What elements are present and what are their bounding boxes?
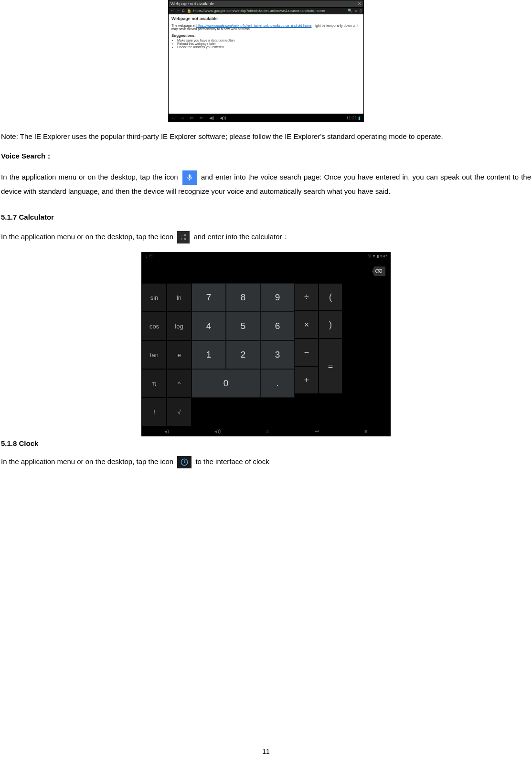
calc-key-equals[interactable]: = xyxy=(319,339,342,394)
calc-key-tan[interactable]: tan xyxy=(142,340,167,369)
calc-status-left: ⋮ ⊡ xyxy=(145,254,153,258)
calc-key-ln[interactable]: ln xyxy=(167,283,192,312)
calc-key-sqrt[interactable]: √ xyxy=(167,398,192,426)
calc-number-keys: 7 8 9 4 5 6 1 2 3 0 . xyxy=(192,283,295,398)
calc-key-lparen[interactable]: ( xyxy=(319,283,342,311)
calc-key-9[interactable]: 9 xyxy=(260,283,295,312)
browser-address-bar: ← → C 🔒 https://www.google.com/webhp?cli… xyxy=(168,8,364,14)
bookmark-icon: ☆ xyxy=(354,9,358,13)
suggestions-label: Suggestions: xyxy=(171,33,361,38)
page-number: 11 xyxy=(0,748,532,755)
search-icon: 🔍 xyxy=(348,9,352,13)
calc-key-divide[interactable]: ÷ xyxy=(295,283,319,311)
calculator-heading: 5.1.7 Calculator xyxy=(0,212,532,222)
calc-key-minus[interactable]: − xyxy=(295,339,319,366)
voice-search-paragraph: In the application menu or on the deskto… xyxy=(0,170,532,199)
calc-key-2[interactable]: 2 xyxy=(226,340,260,369)
calc-key-cos[interactable]: cos xyxy=(142,312,167,340)
volup-nav-icon: ◀)) xyxy=(220,116,226,120)
volup-icon: ◂)) xyxy=(214,428,221,434)
backspace-button[interactable]: ⌫ xyxy=(372,266,385,276)
calc-key-rparen[interactable]: ) xyxy=(319,311,342,339)
calc-key-1[interactable]: 1 xyxy=(192,340,226,369)
voldown-nav-icon: ◀) xyxy=(209,116,214,120)
calc-key-0[interactable]: 0 xyxy=(192,369,260,398)
calc-key-7[interactable]: 7 xyxy=(192,283,226,312)
clock-paragraph: In the application menu or on the deskto… xyxy=(0,456,532,468)
calc-key-5[interactable]: 5 xyxy=(226,312,260,340)
calc-key-3[interactable]: 3 xyxy=(260,340,295,369)
screenshot-nav-icon: ✂ xyxy=(200,116,203,120)
status-time: 11:21 xyxy=(346,116,357,120)
lock-icon: 🔒 xyxy=(187,9,192,13)
calc-key-4[interactable]: 4 xyxy=(192,312,226,340)
android-navbar: ← ⌂ ▭ ✂ ◀) ◀)) 11:21 ▮ xyxy=(168,114,364,122)
home-icon: ⌂ xyxy=(266,428,269,434)
error-heading: Webpage not available xyxy=(171,16,218,21)
back-icon: ↩ xyxy=(315,428,319,434)
error-url: https://www.google.com/webhp?client=tabl… xyxy=(196,24,311,27)
calculator-screenshot: ⋮ ⊡ ▽ ▼ ▮ 9:47 ⌫ sin ln cos log tan e π … xyxy=(141,252,391,436)
browser-error-screenshot: Webpage not available ✕ ← → C 🔒 https://… xyxy=(168,0,364,122)
android-navbar-calc: ◂) ◂)) ⌂ ↩ ≡ xyxy=(142,426,390,436)
calc-key-log[interactable]: log xyxy=(167,312,192,340)
clock-heading: 5.1.8 Clock xyxy=(0,439,532,447)
calc-display: ⌫ xyxy=(142,259,390,283)
calc-key-pi[interactable]: π xyxy=(142,369,167,398)
browser-tab: Webpage not available ✕ xyxy=(168,0,364,8)
calc-key-e[interactable]: e xyxy=(167,340,192,369)
calc-status-right: ▽ ▼ ▮ 9:47 xyxy=(368,254,387,258)
back-nav-icon: ← xyxy=(171,116,176,120)
microphone-icon xyxy=(182,170,197,185)
calc-key-6[interactable]: 6 xyxy=(260,312,295,340)
calc-function-keys: sin ln cos log tan e π ^ ! √ xyxy=(142,283,192,426)
home-nav-icon: ⌂ xyxy=(181,116,184,120)
back-icon: ← xyxy=(170,9,174,13)
calc-key-pow[interactable]: ^ xyxy=(167,369,192,398)
browser-tab-title: Webpage not available xyxy=(170,1,214,6)
calc-key-plus[interactable]: + xyxy=(295,366,319,394)
calculator-icon: − ×+ = xyxy=(177,231,190,243)
voice-search-heading: Voice Search： xyxy=(0,150,532,161)
menu-icon: ▯ xyxy=(360,9,362,13)
url-text: https://www.google.com/webhp?client=tabl… xyxy=(193,9,346,13)
calc-operator-keys: ÷ ( × ) − = + xyxy=(295,283,342,426)
calc-key-sin[interactable]: sin xyxy=(142,283,167,312)
calculator-paragraph: In the application menu or on the deskto… xyxy=(0,231,532,243)
calc-key-8[interactable]: 8 xyxy=(226,283,260,312)
voldown-icon: ◂) xyxy=(164,428,169,434)
note-paragraph: Note: The IE Explorer uses the popular t… xyxy=(0,131,532,142)
calc-key-fact[interactable]: ! xyxy=(142,398,167,426)
browser-body: Webpage not available The webpage at htt… xyxy=(168,14,364,114)
calc-key-dot[interactable]: . xyxy=(260,369,295,398)
recent-nav-icon: ▭ xyxy=(190,116,194,120)
suggestions-list: Make sure you have a data connection Rel… xyxy=(177,39,361,49)
recent-icon: ≡ xyxy=(364,428,367,434)
forward-icon: → xyxy=(176,9,180,13)
close-icon: ✕ xyxy=(358,1,362,6)
reload-icon: C xyxy=(182,9,185,13)
battery-icon: ▮ xyxy=(358,116,361,120)
clock-icon xyxy=(177,456,192,468)
calc-key-multiply[interactable]: × xyxy=(295,311,319,339)
